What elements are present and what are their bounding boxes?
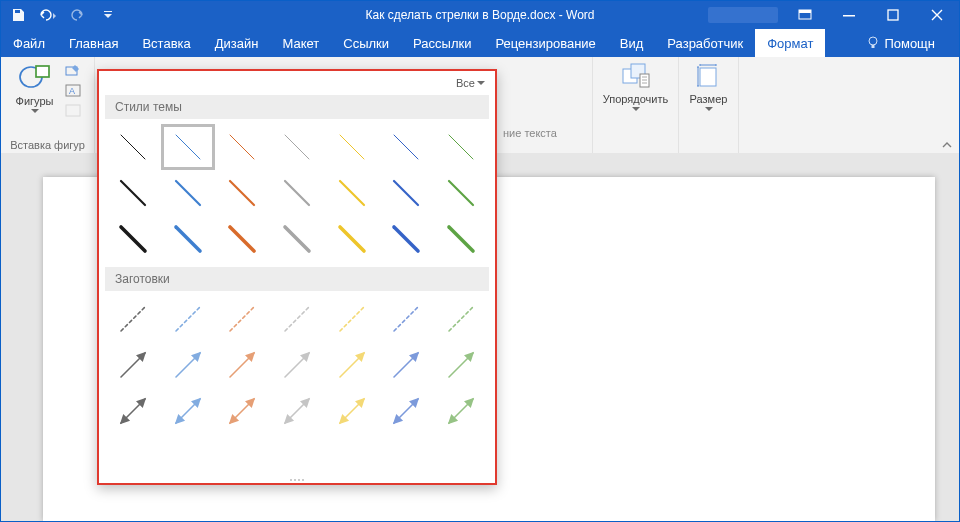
- svg-line-47: [230, 353, 254, 377]
- close-icon[interactable]: [915, 1, 959, 29]
- svg-line-30: [449, 181, 473, 205]
- preset-style-swatch[interactable]: [434, 297, 487, 341]
- tab-design[interactable]: Дизайн: [203, 29, 271, 57]
- chevron-down-icon: [632, 107, 640, 112]
- theme-style-swatch[interactable]: [325, 125, 378, 169]
- tab-file[interactable]: Файл: [1, 29, 57, 57]
- theme-style-swatch[interactable]: [216, 125, 269, 169]
- theme-style-swatch[interactable]: [162, 217, 215, 261]
- preset-style-swatch[interactable]: [216, 343, 269, 387]
- preset-style-swatch[interactable]: [107, 297, 160, 341]
- theme-style-swatch[interactable]: [325, 217, 378, 261]
- redo-icon[interactable]: [63, 1, 93, 29]
- tab-view[interactable]: Вид: [608, 29, 656, 57]
- minimize-icon[interactable]: [827, 1, 871, 29]
- svg-text:A: A: [69, 86, 75, 96]
- theme-style-swatch[interactable]: [271, 125, 324, 169]
- svg-line-54: [230, 399, 254, 423]
- preset-style-swatch[interactable]: [434, 343, 487, 387]
- svg-line-50: [394, 353, 418, 377]
- tab-home[interactable]: Главная: [57, 29, 130, 57]
- gallery-filter-all[interactable]: Все: [456, 77, 485, 89]
- theme-style-swatch[interactable]: [216, 217, 269, 261]
- group-arrange: Упорядочить: [593, 57, 679, 153]
- theme-style-swatch[interactable]: [107, 171, 160, 215]
- tab-format[interactable]: Формат: [755, 29, 825, 57]
- theme-styles-grid: [99, 119, 495, 267]
- preset-style-swatch[interactable]: [325, 389, 378, 433]
- preset-style-swatch[interactable]: [325, 343, 378, 387]
- preset-style-swatch[interactable]: [380, 343, 433, 387]
- size-button[interactable]: Размер: [687, 59, 731, 127]
- preset-style-swatch[interactable]: [380, 297, 433, 341]
- svg-line-35: [340, 227, 364, 251]
- svg-line-26: [230, 181, 254, 205]
- svg-rect-6: [872, 45, 875, 48]
- tab-references[interactable]: Ссылки: [331, 29, 401, 57]
- tell-me[interactable]: Помощн: [854, 29, 959, 57]
- theme-style-swatch[interactable]: [380, 217, 433, 261]
- theme-style-swatch[interactable]: [162, 171, 215, 215]
- arrange-label: Упорядочить: [603, 93, 668, 105]
- tab-insert[interactable]: Вставка: [130, 29, 202, 57]
- undo-icon[interactable]: [33, 1, 63, 29]
- preset-style-swatch[interactable]: [325, 297, 378, 341]
- theme-style-swatch[interactable]: [107, 125, 160, 169]
- svg-line-25: [176, 181, 200, 205]
- theme-style-swatch[interactable]: [434, 217, 487, 261]
- shapes-button[interactable]: Фигуры: [13, 59, 57, 127]
- preset-style-swatch[interactable]: [434, 389, 487, 433]
- theme-style-swatch[interactable]: [271, 217, 324, 261]
- theme-style-swatch[interactable]: [325, 171, 378, 215]
- group-insert-shapes: Фигуры A Вставка фигур: [1, 57, 95, 153]
- tab-layout[interactable]: Макет: [270, 29, 331, 57]
- svg-line-27: [285, 181, 309, 205]
- ribbon-tabs: Файл Главная Вставка Дизайн Макет Ссылки…: [1, 29, 959, 57]
- edit-shape-icon[interactable]: [65, 63, 83, 79]
- theme-style-swatch[interactable]: [434, 171, 487, 215]
- user-badge[interactable]: [703, 1, 783, 29]
- theme-style-swatch[interactable]: [380, 171, 433, 215]
- ribbon-display-icon[interactable]: [783, 1, 827, 29]
- titlebar: Как сделать стрелки в Ворде.docx - Word: [1, 1, 959, 29]
- theme-style-swatch[interactable]: [271, 171, 324, 215]
- lightbulb-icon: [866, 36, 880, 50]
- collapse-ribbon-icon[interactable]: [941, 139, 953, 151]
- arrange-icon: [620, 61, 652, 91]
- svg-line-36: [394, 227, 418, 251]
- theme-style-swatch[interactable]: [216, 171, 269, 215]
- word-window: Как сделать стрелки в Ворде.docx - Word …: [0, 0, 960, 522]
- preset-style-swatch[interactable]: [216, 297, 269, 341]
- preset-style-swatch[interactable]: [162, 297, 215, 341]
- theme-style-swatch[interactable]: [107, 217, 160, 261]
- maximize-icon[interactable]: [871, 1, 915, 29]
- preset-style-swatch[interactable]: [216, 389, 269, 433]
- preset-style-swatch[interactable]: [271, 389, 324, 433]
- shapes-label: Фигуры: [16, 95, 54, 107]
- save-icon[interactable]: [3, 1, 33, 29]
- disabled-icon: [65, 103, 83, 119]
- svg-line-53: [176, 399, 200, 423]
- preset-style-swatch[interactable]: [380, 389, 433, 433]
- preset-style-swatch[interactable]: [107, 389, 160, 433]
- group-label-shapes: Вставка фигур: [10, 139, 85, 151]
- section-presets: Заготовки: [105, 267, 489, 291]
- preset-style-swatch[interactable]: [271, 297, 324, 341]
- gallery-resize-handle[interactable]: [99, 479, 495, 481]
- tab-mailings[interactable]: Рассылки: [401, 29, 483, 57]
- qat-customize-icon[interactable]: [93, 1, 123, 29]
- preset-style-swatch[interactable]: [162, 389, 215, 433]
- theme-style-swatch[interactable]: [380, 125, 433, 169]
- preset-style-swatch[interactable]: [271, 343, 324, 387]
- theme-style-swatch[interactable]: [434, 125, 487, 169]
- theme-style-swatch[interactable]: [162, 125, 215, 169]
- svg-line-40: [230, 307, 254, 331]
- arrange-button[interactable]: Упорядочить: [614, 59, 658, 127]
- text-box-icon[interactable]: A: [65, 83, 83, 99]
- svg-line-52: [121, 399, 145, 423]
- tab-review[interactable]: Рецензирование: [483, 29, 607, 57]
- preset-style-swatch[interactable]: [107, 343, 160, 387]
- svg-rect-3: [843, 15, 855, 17]
- tab-developer[interactable]: Разработчик: [655, 29, 755, 57]
- preset-style-swatch[interactable]: [162, 343, 215, 387]
